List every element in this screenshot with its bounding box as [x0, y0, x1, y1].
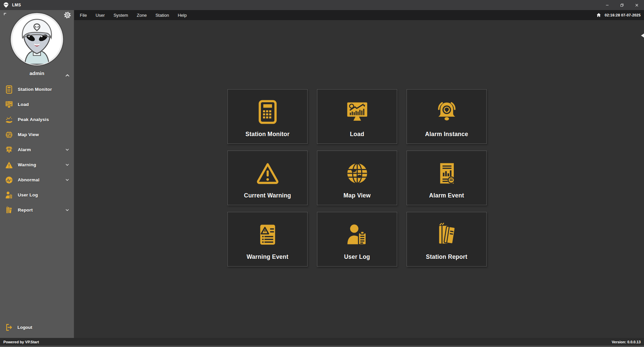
- window-minimize[interactable]: [600, 0, 614, 10]
- tile-current-warning[interactable]: Current Warning: [227, 151, 308, 205]
- window-controls: [600, 0, 644, 10]
- sidebar-item-map-view[interactable]: Map View: [0, 127, 74, 142]
- chevron-up-icon: [64, 72, 71, 78]
- tile-alarm-event[interactable]: Alarm Event: [407, 151, 487, 205]
- warning-outline-icon: [254, 151, 281, 192]
- sidebar-item-label: Alarm: [18, 147, 31, 152]
- sidebar-item-station-monitor[interactable]: Station Monitor: [0, 82, 74, 97]
- sidebar-item-abnormal[interactable]: Abnormal: [0, 172, 74, 187]
- sidebar-item-peak-analysis[interactable]: Peak Analysis: [0, 112, 74, 127]
- sidebar-item-warning[interactable]: Warning: [0, 157, 74, 172]
- home-icon[interactable]: [596, 12, 601, 18]
- sidebar-item-user-log[interactable]: User Log: [0, 187, 74, 203]
- books-icon: [5, 206, 13, 215]
- sidebar-item-label: Warning: [18, 162, 36, 167]
- collapse-profile-button[interactable]: [64, 72, 71, 78]
- sidebar-item-report[interactable]: Report: [0, 203, 74, 218]
- logout-icon: [5, 323, 13, 332]
- logout-label: Logout: [17, 325, 32, 330]
- menu-system[interactable]: System: [109, 10, 132, 20]
- user-clipboard-icon: [344, 212, 371, 253]
- tile-label: Alarm Event: [429, 192, 464, 199]
- tile-label: Station Report: [426, 253, 467, 261]
- globe-icon: [344, 151, 371, 192]
- tile-user-log[interactable]: User Log: [317, 212, 397, 267]
- hand-chart-icon: [5, 115, 13, 124]
- tile-label: Warning Event: [247, 253, 288, 261]
- menu-station[interactable]: Station: [151, 10, 173, 20]
- tile-label: Map View: [343, 192, 371, 199]
- tile-label: User Log: [344, 253, 370, 261]
- sidebar-item-label: Load: [18, 102, 29, 107]
- user-clipboard-icon: [5, 191, 13, 199]
- sidebar-item-label: User Log: [18, 192, 38, 197]
- books-icon: [433, 212, 460, 253]
- tiles-grid: Station Monitor Load Alarm Instance Curr…: [227, 89, 487, 267]
- tile-label: Load: [350, 131, 364, 138]
- monitor-chart-icon: [5, 100, 13, 109]
- sidebar-item-label: Station Monitor: [18, 87, 52, 92]
- corner-icon: [3, 12, 8, 17]
- bell-alien-icon: [5, 146, 13, 154]
- logout-button[interactable]: Logout: [0, 320, 74, 335]
- sidebar: admin Station Monitor Load Peak Analys: [0, 10, 74, 338]
- monitor-chart-icon: [344, 90, 371, 131]
- chevron-down-icon: [65, 177, 70, 182]
- warning-doc-icon: [254, 212, 281, 253]
- sidebar-item-alarm[interactable]: Alarm: [0, 142, 74, 157]
- restore-icon: [620, 3, 624, 7]
- titlebar: LMS: [0, 0, 644, 10]
- version-text: Version: 0.0.0.13: [612, 340, 641, 344]
- chevron-down-icon: [65, 208, 70, 213]
- sidebar-item-label: Abnormal: [18, 177, 40, 182]
- sidebar-item-label: Map View: [18, 132, 39, 137]
- menu-help[interactable]: Help: [173, 10, 191, 20]
- clock: 02:16:28 07-07-2025: [605, 13, 641, 17]
- globe-icon: [5, 130, 13, 139]
- window-restore[interactable]: [614, 0, 629, 10]
- warning-filled-icon: [5, 161, 13, 169]
- app-title: LMS: [12, 3, 21, 7]
- close-icon: [635, 3, 639, 7]
- window-close[interactable]: [629, 0, 644, 10]
- tile-warning-event[interactable]: Warning Event: [227, 212, 308, 267]
- chevron-down-icon: [65, 162, 70, 167]
- window-bottom-edge: [0, 346, 644, 347]
- menu-zone[interactable]: Zone: [132, 10, 151, 20]
- tile-label: Alarm Instance: [425, 131, 468, 138]
- tile-load[interactable]: Load: [317, 89, 397, 144]
- powered-by-text: Powered by VP.Start: [3, 340, 39, 344]
- main-content: Station Monitor Load Alarm Instance Curr…: [74, 20, 644, 338]
- abnormal-icon: [5, 176, 13, 184]
- sidebar-item-label: Report: [18, 208, 33, 213]
- menu-user[interactable]: User: [91, 10, 109, 20]
- tile-label: Current Warning: [244, 192, 291, 199]
- tile-alarm-instance[interactable]: Alarm Instance: [407, 89, 487, 144]
- menu-file[interactable]: File: [75, 10, 91, 20]
- avatar: [9, 11, 65, 67]
- tile-station-monitor[interactable]: Station Monitor: [227, 89, 308, 144]
- sidebar-nav: Station Monitor Load Peak Analysis: [0, 82, 74, 218]
- menu-items: File User System Zone Station Help: [74, 10, 191, 20]
- tile-map-view[interactable]: Map View: [317, 151, 397, 205]
- calculator-icon: [254, 90, 281, 131]
- sidebar-item-label: Peak Analysis: [18, 117, 49, 122]
- tile-label: Station Monitor: [246, 131, 289, 138]
- menubar: File User System Zone Station Help 02:16…: [74, 10, 644, 20]
- calculator-icon: [5, 85, 13, 94]
- statusbar: Powered by VP.Start Version: 0.0.0.13: [0, 338, 644, 346]
- tile-station-report[interactable]: Station Report: [407, 212, 487, 267]
- edge-marker: [641, 34, 644, 38]
- sidebar-item-load[interactable]: Load: [0, 97, 74, 112]
- chevron-down-icon: [65, 147, 70, 152]
- bell-alien-icon: [433, 90, 460, 131]
- alien-icon: [3, 2, 9, 8]
- report-doc-icon: [433, 151, 460, 192]
- menubar-right: 02:16:28 07-07-2025: [596, 12, 644, 18]
- minimize-icon: [605, 3, 609, 7]
- username: admin: [0, 70, 74, 76]
